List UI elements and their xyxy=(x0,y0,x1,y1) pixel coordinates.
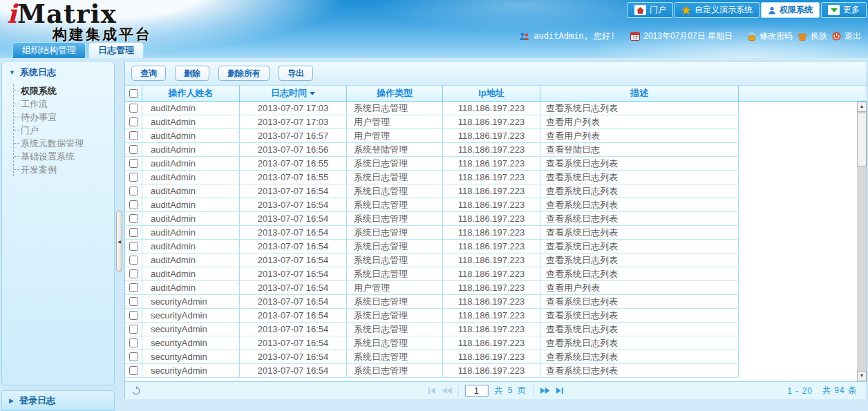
row-checkbox[interactable] xyxy=(129,338,138,347)
collapse-left-icon: ◀ xyxy=(117,239,121,244)
row-checkbox[interactable] xyxy=(129,283,138,292)
row-checkbox[interactable] xyxy=(129,297,138,306)
change-password-link[interactable]: 修改密码 xyxy=(748,30,793,42)
row-checkbox[interactable] xyxy=(129,117,138,126)
select-all-checkbox[interactable] xyxy=(129,89,138,98)
row-checkbox[interactable] xyxy=(129,269,138,278)
nav-custom-demo-system[interactable]: 自定义演示系统 xyxy=(674,2,760,18)
sidebar-login-log-panel[interactable]: ▶ 登录日志 xyxy=(1,390,115,411)
table-row[interactable]: securityAdmin 2013-07-07 16:54 系统日志管理 11… xyxy=(125,350,739,364)
table-row[interactable]: auditAdmin 2013-07-07 16:57 用户管理 118.186… xyxy=(125,129,739,143)
home-icon xyxy=(634,5,646,15)
row-checkbox[interactable] xyxy=(129,242,138,251)
row-checkbox[interactable] xyxy=(129,200,138,209)
refresh-icon[interactable] xyxy=(131,386,141,396)
row-checkbox-cell xyxy=(125,184,142,198)
logout-link[interactable]: 退出 xyxy=(832,30,861,42)
toolbar-button[interactable]: 导出 xyxy=(279,66,313,81)
toolbar-button[interactable]: 删除 xyxy=(175,66,209,81)
nav-portal[interactable]: 门户 xyxy=(628,2,673,18)
table-row[interactable]: auditAdmin 2013-07-07 16:54 系统日志管理 118.1… xyxy=(125,240,739,254)
table-row[interactable]: auditAdmin 2013-07-07 16:54 系统日志管理 118.1… xyxy=(125,267,739,281)
shirt-icon xyxy=(798,32,807,41)
toolbar-button[interactable]: 查询 xyxy=(131,66,166,81)
nav-permission-system[interactable]: 权限系统 xyxy=(761,2,820,18)
table-row[interactable]: auditAdmin 2013-07-07 16:55 系统日志管理 118.1… xyxy=(125,171,739,184)
grid-body: auditAdmin 2013-07-07 17:03 系统日志管理 118.1… xyxy=(125,102,867,381)
sidebar-tree-item[interactable]: 开发案例 xyxy=(14,163,114,176)
table-row[interactable]: securityAdmin 2013-07-07 16:54 系统日志管理 11… xyxy=(125,336,739,350)
row-checkbox[interactable] xyxy=(129,311,138,320)
sidebar-collapse-handle[interactable]: ◀ xyxy=(116,211,122,271)
sidebar-tree-item[interactable]: 工作流 xyxy=(14,97,114,111)
col-header-log-time[interactable]: 日志时间 xyxy=(240,86,347,101)
row-checkbox[interactable] xyxy=(129,352,138,361)
scrollbar-thumb[interactable] xyxy=(857,113,867,166)
cell-log-time: 2013-07-07 16:54 xyxy=(240,212,347,225)
row-checkbox[interactable] xyxy=(129,228,138,237)
nav-custom-demo-label: 自定义演示系统 xyxy=(695,4,753,16)
row-checkbox[interactable] xyxy=(129,325,138,334)
row-checkbox[interactable] xyxy=(129,214,138,223)
table-row[interactable]: auditAdmin 2013-07-07 16:54 系统日志管理 118.1… xyxy=(125,198,739,212)
row-checkbox-cell xyxy=(125,364,142,377)
next-page-icon[interactable] xyxy=(540,388,550,394)
dropdown-icon xyxy=(828,5,840,15)
change-skin-link[interactable]: 换肤 xyxy=(798,30,827,42)
table-row[interactable]: auditAdmin 2013-07-07 16:54 系统日志管理 118.1… xyxy=(125,254,739,267)
nav-more[interactable]: 更多 xyxy=(821,2,867,18)
cell-log-time: 2013-07-07 16:54 xyxy=(240,254,347,267)
row-checkbox-cell xyxy=(125,336,142,350)
table-row[interactable]: auditAdmin 2013-07-07 16:56 系统登陆管理 118.1… xyxy=(125,143,739,157)
table-row[interactable]: securityAdmin 2013-07-07 16:54 系统日志管理 11… xyxy=(125,364,739,378)
table-row[interactable]: auditAdmin 2013-07-07 17:03 系统日志管理 118.1… xyxy=(125,102,739,115)
page-number-input[interactable] xyxy=(464,385,488,396)
col-header-operation-type[interactable]: 操作类型 xyxy=(347,86,443,101)
sidebar-panel-header[interactable]: ▼ 系统日志 xyxy=(2,61,114,82)
chevron-down-icon: ▼ xyxy=(9,69,15,76)
sidebar-tree-item[interactable]: 门户 xyxy=(14,124,114,137)
row-checkbox[interactable] xyxy=(129,187,138,195)
record-total-label: 共 94 条 xyxy=(822,385,857,396)
first-page-icon[interactable] xyxy=(427,388,435,394)
table-row[interactable]: auditAdmin 2013-07-07 17:03 用户管理 118.186… xyxy=(125,115,739,129)
table-row[interactable]: auditAdmin 2013-07-07 16:54 系统日志管理 118.1… xyxy=(125,226,739,240)
sidebar-item-label: 门户 xyxy=(21,125,39,135)
scroll-up-icon[interactable]: ▲ xyxy=(857,102,867,112)
sidebar-tree-item[interactable]: 基础设置系统 xyxy=(14,150,114,163)
tab-log-management[interactable]: 日志管理 xyxy=(88,42,144,58)
scroll-down-icon[interactable]: ▼ xyxy=(857,371,867,381)
row-checkbox[interactable] xyxy=(129,131,138,140)
cell-ip-address: 118.186.197.223 xyxy=(443,129,540,142)
sidebar-tree-item[interactable]: 权限系统 xyxy=(14,84,114,97)
table-row[interactable]: auditAdmin 2013-07-07 16:54 系统日志管理 118.1… xyxy=(125,184,739,198)
pagination-bar: 共 5 页 1 - 20 共 94 条 xyxy=(125,381,867,399)
row-checkbox[interactable] xyxy=(129,104,138,113)
col-header-description[interactable]: 描述 xyxy=(540,86,739,101)
toolbar-button[interactable]: 删除所有 xyxy=(218,66,270,81)
prev-page-icon[interactable] xyxy=(442,388,451,394)
cell-ip-address: 118.186.197.223 xyxy=(443,254,540,267)
row-checkbox[interactable] xyxy=(129,366,138,375)
col-header-operator-name[interactable]: 操作人姓名 xyxy=(142,86,240,101)
row-checkbox[interactable] xyxy=(129,256,138,265)
table-row[interactable]: securityAdmin 2013-07-07 16:54 系统日志管理 11… xyxy=(125,323,739,336)
table-row[interactable]: securityAdmin 2013-07-07 16:54 系统日志管理 11… xyxy=(125,295,739,309)
table-row[interactable]: securityAdmin 2013-07-07 16:54 系统日志管理 11… xyxy=(125,309,739,323)
table-row[interactable]: auditAdmin 2013-07-07 16:55 系统日志管理 118.1… xyxy=(125,157,739,171)
cell-operation-type: 系统日志管理 xyxy=(347,364,443,377)
last-page-icon[interactable] xyxy=(556,388,565,394)
col-header-ip-address[interactable]: Ip地址 xyxy=(443,86,540,101)
login-log-panel-title: 登录日志 xyxy=(19,394,55,407)
table-row[interactable]: auditAdmin 2013-07-07 16:54 用户管理 118.186… xyxy=(125,281,739,295)
sidebar-tree-item[interactable]: 系统元数据管理 xyxy=(14,137,114,150)
sidebar-tree-item[interactable]: 待办事宜 xyxy=(14,111,114,124)
row-checkbox[interactable] xyxy=(129,173,138,182)
row-checkbox[interactable] xyxy=(129,159,138,168)
row-checkbox[interactable] xyxy=(129,145,138,154)
table-row[interactable]: auditAdmin 2013-07-07 16:54 系统日志管理 118.1… xyxy=(125,212,739,226)
tab-bar: 组织结构管理 日志管理 xyxy=(12,42,144,58)
tab-org-structure[interactable]: 组织结构管理 xyxy=(12,42,86,58)
row-checkbox-cell xyxy=(125,143,142,156)
vertical-scrollbar[interactable]: ▲ ▼ xyxy=(857,102,867,381)
